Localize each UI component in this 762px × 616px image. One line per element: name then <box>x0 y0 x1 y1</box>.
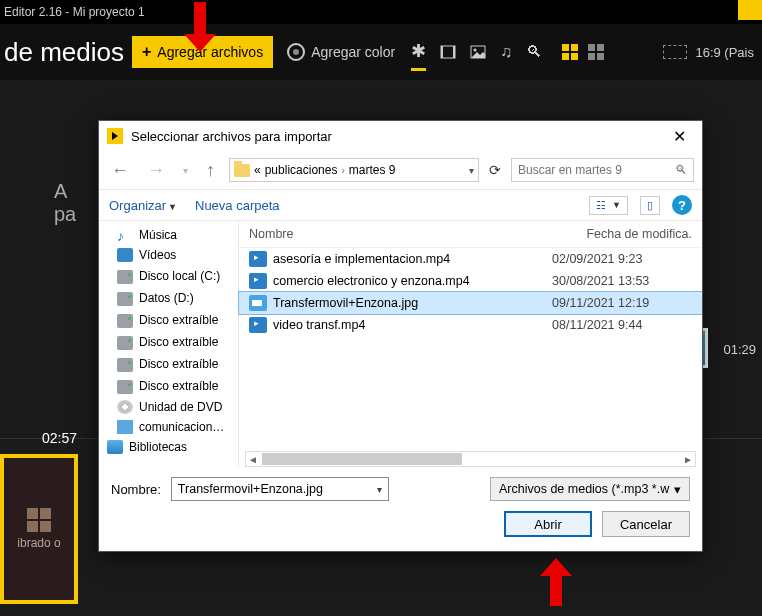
folder-tree[interactable]: ♪Música Vídeos Disco local (C:) Datos (D… <box>99 221 239 467</box>
nav-back-icon[interactable]: ← <box>107 158 133 183</box>
grid-small-icon[interactable] <box>588 44 604 60</box>
dialog-title: Seleccionar archivos para importar <box>131 129 332 144</box>
music-icon[interactable]: ♫ <box>500 43 512 61</box>
tree-music[interactable]: ♪Música <box>99 225 238 245</box>
details-view-icon: ☷ <box>596 199 606 212</box>
section-title: de medios <box>4 37 124 68</box>
aspect-ratio-selector[interactable]: 16:9 (Pais <box>663 45 758 60</box>
search-icon[interactable]: 🔍︎ <box>526 43 542 61</box>
file-name: asesoría e implementacion.mp4 <box>273 252 552 266</box>
organize-menu[interactable]: Organizar▼ <box>109 198 177 213</box>
crumb-2[interactable]: martes 9 <box>349 163 396 177</box>
scrollbar-thumb[interactable] <box>262 453 462 465</box>
search-input[interactable] <box>518 163 669 177</box>
video-file-icon <box>249 317 267 333</box>
nav-up-icon[interactable]: ↑ <box>202 158 219 183</box>
chevron-right-icon: › <box>341 165 344 176</box>
col-name[interactable]: Nombre <box>249 227 586 241</box>
drive-icon <box>117 314 133 328</box>
add-color-button[interactable]: Agregar color <box>287 43 395 61</box>
nav-forward-icon[interactable]: → <box>143 158 169 183</box>
file-name: comercio electronico y enzona.mp4 <box>273 274 552 288</box>
chevron-down-icon[interactable]: ▾ <box>469 165 474 176</box>
file-date: 02/09/2021 9:23 <box>552 252 692 266</box>
video-icon[interactable] <box>440 44 456 60</box>
file-name: video transf.mp4 <box>273 318 552 332</box>
grid-large-icon[interactable] <box>562 44 578 60</box>
file-row[interactable]: video transf.mp408/11/2021 9:44 <box>239 314 702 336</box>
aspect-box-icon <box>663 45 687 59</box>
breadcrumb-path[interactable]: « publicaciones › martes 9 ▾ <box>229 158 479 182</box>
dialog-titlebar: Seleccionar archivos para importar ✕ <box>99 121 702 151</box>
file-row[interactable]: comercio electronico y enzona.mp430/08/2… <box>239 270 702 292</box>
drive-icon <box>117 292 133 306</box>
add-color-label: Agregar color <box>311 44 395 60</box>
tree-videos[interactable]: Vídeos <box>99 245 238 265</box>
folder-icon <box>234 164 250 177</box>
svg-rect-0 <box>441 46 455 58</box>
crumb-1[interactable]: publicaciones <box>265 163 338 177</box>
tree-ext-3[interactable]: Disco extraíble <box>99 353 238 375</box>
title-action-button[interactable] <box>738 0 762 20</box>
drive-icon <box>117 336 133 350</box>
aspect-label: 16:9 (Pais <box>695 45 754 60</box>
file-list-header[interactable]: Nombre Fecha de modifica. <box>239 221 702 248</box>
dvd-icon <box>117 400 133 414</box>
tree-disk-c[interactable]: Disco local (C:) <box>99 265 238 287</box>
tree-data-d[interactable]: Datos (D:) <box>99 287 238 309</box>
tree-comm[interactable]: comunicacion… <box>99 417 238 437</box>
dialog-nav-bar: ← → ▾ ↑ « publicaciones › martes 9 ▾ ⟳ 🔍… <box>99 151 702 189</box>
col-date[interactable]: Fecha de modifica. <box>586 227 692 241</box>
drive-icon <box>117 270 133 284</box>
media-type-icons: ✱ ♫ 🔍︎ <box>411 34 542 71</box>
music-note-icon: ♪ <box>117 228 133 242</box>
chevron-down-icon[interactable]: ▾ <box>674 482 681 497</box>
close-icon[interactable]: ✕ <box>665 125 694 148</box>
plus-icon: + <box>142 43 151 61</box>
help-icon[interactable]: ? <box>672 195 692 215</box>
timeline-drop-zone[interactable]: ibrado o <box>0 454 78 604</box>
network-icon <box>117 420 133 434</box>
dialog-toolbar: Organizar▼ Nueva carpeta ☷▼ ▯ ? <box>99 189 702 221</box>
file-date: 09/11/2021 12:19 <box>552 296 692 310</box>
chevron-down-icon[interactable]: ▾ <box>377 484 382 495</box>
tree-dvd[interactable]: Unidad de DVD <box>99 397 238 417</box>
search-icon: 🔍︎ <box>675 163 687 177</box>
open-button[interactable]: Abrir <box>504 511 592 537</box>
view-mode-button[interactable]: ☷▼ <box>589 196 628 215</box>
grid-placeholder-icon <box>27 508 51 532</box>
horizontal-scrollbar[interactable]: ◄ ► <box>245 451 696 467</box>
cancel-button[interactable]: Cancelar <box>602 511 690 537</box>
file-type-filter[interactable]: Archivos de medios (*.mp3 *.w ▾ <box>490 477 690 501</box>
scroll-left-icon[interactable]: ◄ <box>246 454 260 465</box>
file-row[interactable]: asesoría e implementacion.mp402/09/2021 … <box>239 248 702 270</box>
file-date: 08/11/2021 9:44 <box>552 318 692 332</box>
image-file-icon <box>249 295 267 311</box>
tree-libraries[interactable]: Bibliotecas <box>99 437 238 457</box>
filename-label: Nombre: <box>111 482 161 497</box>
annotation-arrow-bottom <box>540 558 572 608</box>
tree-ext-2[interactable]: Disco extraíble <box>99 331 238 353</box>
dialog-footer: Nombre: Transfermovil+Enzona.jpg ▾ Archi… <box>99 467 702 551</box>
nav-recent-icon[interactable]: ▾ <box>179 163 192 178</box>
image-icon[interactable] <box>470 44 486 60</box>
tree-ext-4[interactable]: Disco extraíble <box>99 375 238 397</box>
drop-label: ibrado o <box>17 536 60 550</box>
video-file-icon <box>249 251 267 267</box>
timeline-time-left: 02:57 <box>42 430 77 446</box>
tree-ext-1[interactable]: Disco extraíble <box>99 309 238 331</box>
new-folder-button[interactable]: Nueva carpeta <box>195 198 280 213</box>
file-row[interactable]: Transfermovil+Enzona.jpg09/11/2021 12:19 <box>239 292 702 314</box>
search-box[interactable]: 🔍︎ <box>511 158 694 182</box>
scroll-right-icon[interactable]: ► <box>681 454 695 465</box>
preview-pane-button[interactable]: ▯ <box>640 196 660 215</box>
refresh-icon[interactable]: ⟳ <box>489 162 501 178</box>
file-name: Transfermovil+Enzona.jpg <box>273 296 552 310</box>
favorites-tab-icon[interactable]: ✱ <box>411 40 426 71</box>
timeline-time-right: 01:29 <box>723 342 756 357</box>
drive-icon <box>117 380 133 394</box>
video-folder-icon <box>117 248 133 262</box>
app-title-bar: Editor 2.16 - Mi proyecto 1 <box>0 0 762 24</box>
preview-pane-icon: ▯ <box>647 199 653 212</box>
filename-input[interactable]: Transfermovil+Enzona.jpg ▾ <box>171 477 389 501</box>
